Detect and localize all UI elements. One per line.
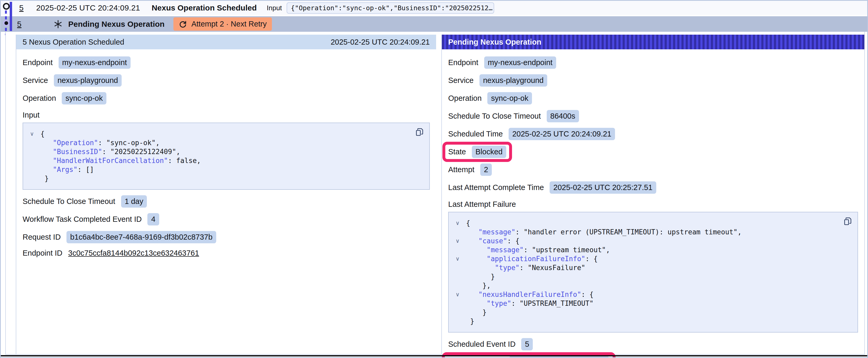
chevron-down-icon[interactable]: ∨ xyxy=(456,292,460,297)
field-label: Operation xyxy=(448,94,482,103)
json-code-line: } xyxy=(466,272,850,281)
json-key: "HandlerWaitForCancellation" xyxy=(53,157,168,165)
pending-operation-panel-body: Endpointmy-nexus-endpointServicenexus-pl… xyxy=(442,50,864,358)
json-text xyxy=(466,228,478,236)
field-row-scheduled-event-id: Scheduled Event ID5 xyxy=(448,338,533,350)
chevron-down-icon[interactable]: ∨ xyxy=(30,131,34,137)
json-text: : "sync-op-ok", xyxy=(98,139,160,147)
json-code-line: "Operation": "sync-op-ok", xyxy=(40,138,422,147)
json-key: "type" xyxy=(495,264,520,272)
field-row-request-id: Request IDb1c6a4bc-8ee7-468a-9169-df3b02… xyxy=(23,231,216,243)
json-code-line: } xyxy=(466,308,850,317)
attempt-badge-label: Attempt 2 · Next Retry xyxy=(191,20,267,28)
json-text: { xyxy=(466,219,470,227)
field-row-service: Servicenexus-playground xyxy=(448,74,547,87)
pending-panel-title: Pending Nexus Operation xyxy=(448,38,541,46)
field-value-badge: Blocked xyxy=(472,146,506,158)
json-code-line: "Args": [] xyxy=(40,165,422,174)
field-value-badge: 2025-02-25 UTC 20:25:27.51 xyxy=(550,182,656,194)
json-key: "applicationFailureInfo" xyxy=(487,255,585,263)
chevron-down-icon[interactable]: ∨ xyxy=(456,256,460,262)
event-id-link[interactable]: 5 xyxy=(19,3,24,12)
chevron-down-icon[interactable]: ∨ xyxy=(456,238,460,244)
field-row-operation: Operationsync-op-ok xyxy=(448,92,532,104)
json-key: "type" xyxy=(487,299,511,307)
json-text xyxy=(466,237,478,245)
field-value-badge: b1c6a4bc-8ee7-468a-9169-df3b02c8737b xyxy=(66,231,216,243)
field-value-badge: sync-op-ok xyxy=(487,92,532,104)
json-key: "Args" xyxy=(53,166,78,173)
json-text xyxy=(466,264,495,272)
asterisk-icon xyxy=(54,20,63,29)
field-label: Schedule To Close Timeout xyxy=(448,112,541,121)
field-value-badge: 2 xyxy=(480,164,492,176)
pending-nexus-operation-row[interactable]: 5 Pending Nexus Operation Attempt 2 · Ne… xyxy=(1,16,867,32)
json-code-block: ∨{ "Operation": "sync-op-ok", "BusinessI… xyxy=(23,123,430,190)
input-label: Input xyxy=(267,4,282,12)
field-label: Service xyxy=(23,76,48,85)
field-row-endpoint: Endpointmy-nexus-endpoint xyxy=(448,57,556,69)
field-row-last-attempt-complete-time: Last Attempt Complete Time2025-02-25 UTC… xyxy=(448,182,656,194)
json-key: "cause" xyxy=(478,237,507,245)
json-code-line: } xyxy=(40,174,422,183)
field-row-endpoint: Endpointmy-nexus-endpoint xyxy=(23,57,130,69)
pending-operation-panel: Pending Nexus Operation Endpointmy-nexus… xyxy=(441,35,864,354)
json-text xyxy=(40,157,53,165)
field-value-badge: 4 xyxy=(147,213,159,225)
json-code-line: "BusinessID": "20250225122409", xyxy=(40,147,422,156)
field-row-scheduled-time: Scheduled Time2025-02-25 UTC 20:24:09.21 xyxy=(448,128,615,140)
pending-event-id-link[interactable]: 5 xyxy=(17,20,22,29)
scheduled-event-panel-header: 5 Nexus Operation Scheduled 2025-02-25 U… xyxy=(16,35,436,50)
scheduled-panel-title: 5 Nexus Operation Scheduled xyxy=(23,38,124,46)
scheduled-event-panel: 5 Nexus Operation Scheduled 2025-02-25 U… xyxy=(16,35,436,354)
bottom-black-rule xyxy=(0,355,868,356)
json-code-line: ∨ "nexusHandlerFailureInfo": { xyxy=(466,290,850,299)
json-text: } xyxy=(466,317,474,325)
json-code-line: "type": "NexusFailure" xyxy=(466,263,850,272)
field-value-badge: 86400s xyxy=(547,110,579,122)
json-text: : "20250225122409", xyxy=(102,148,180,156)
json-code-line: } xyxy=(466,317,850,326)
field-value-badge: nexus-playground xyxy=(54,74,122,87)
field-label: Endpoint xyxy=(23,58,53,67)
json-text: : [] xyxy=(78,166,94,173)
json-text: : "handler error (UPSTREAM_TIMEOUT): ups… xyxy=(516,228,742,236)
field-row-service: Servicenexus-playground xyxy=(23,74,122,87)
json-key: "nexusHandlerFailureInfo" xyxy=(478,291,581,298)
field-value-badge: 5 xyxy=(521,338,533,350)
field-value-badge: my-nexus-endpoint xyxy=(59,57,131,69)
json-text: } xyxy=(466,308,487,316)
field-value-badge: nexus-playground xyxy=(479,74,548,87)
event-detail-container: 5 Nexus Operation Scheduled 2025-02-25 U… xyxy=(5,32,865,355)
event-row-nexus-operation-scheduled[interactable]: 5 2025-02-25 UTC 20:24:09.21 Nexus Opera… xyxy=(1,1,867,15)
json-code-line: ∨{ xyxy=(40,129,422,138)
json-code-line: ∨{ xyxy=(466,219,850,228)
field-row-workflow-task-completed-event-id: Workflow Task Completed Event ID4 xyxy=(23,213,159,225)
field-row-attempt: Attempt2 xyxy=(448,164,492,176)
json-text xyxy=(466,291,478,298)
input-preview-pill: {"Operation":"sync-op-ok","BusinessID":"… xyxy=(287,2,494,14)
field-label: Scheduled Time xyxy=(448,130,503,138)
field-row-schedule-to-close-timeout: Schedule To Close Timeout1 day xyxy=(23,195,147,207)
field-row-endpoint-id: Endpoint ID3c0c75ccfa8144b092c13ce632463… xyxy=(23,249,199,258)
json-text xyxy=(40,139,53,147)
field-label-input: Input xyxy=(23,111,430,120)
timeline-filled-circle-icon xyxy=(3,20,9,26)
field-label: State xyxy=(448,148,466,156)
chevron-down-icon[interactable]: ∨ xyxy=(456,221,460,226)
field-label-last-attempt-failure: Last Attempt Failure xyxy=(448,200,858,209)
json-code-line: "message": "upstream timeout", xyxy=(466,246,850,254)
json-text: : { xyxy=(507,237,520,245)
json-text xyxy=(466,299,487,307)
field-label: Last Attempt Complete Time xyxy=(448,183,544,192)
json-text: : "upstream timeout", xyxy=(524,246,610,254)
timeline-open-circle-icon xyxy=(3,3,10,10)
json-code-line: ∨ "applicationFailureInfo": { xyxy=(466,254,850,263)
field-label: Attempt xyxy=(448,165,474,174)
field-label: Endpoint ID xyxy=(23,249,63,258)
json-text: : "UPSTREAM_TIMEOUT" xyxy=(511,299,593,307)
field-value-link[interactable]: 3c0c75ccfa8144b092c13ce632463761 xyxy=(68,249,199,258)
json-text xyxy=(466,255,487,263)
json-key: "message" xyxy=(487,246,524,254)
field-value-badge: my-nexus-endpoint xyxy=(484,57,556,69)
